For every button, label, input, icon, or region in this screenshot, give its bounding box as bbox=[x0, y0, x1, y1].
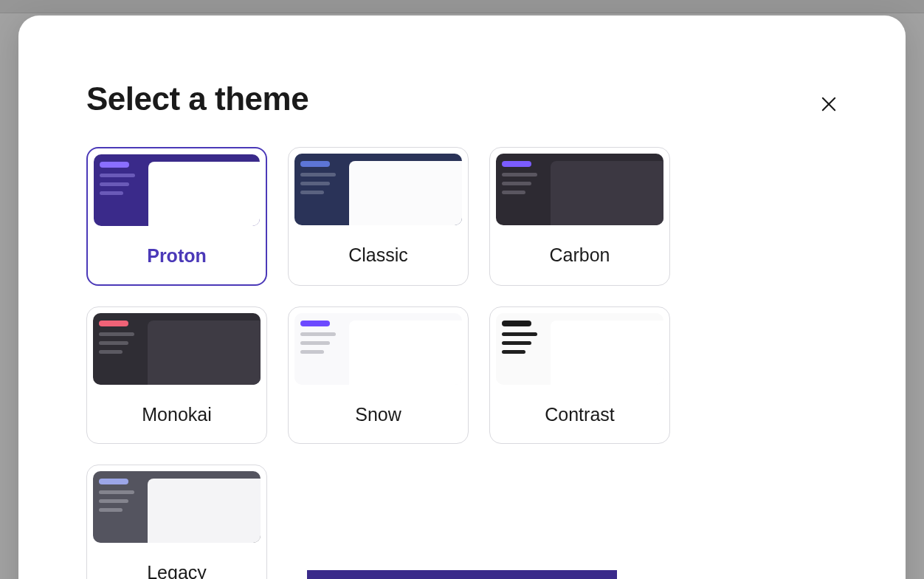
theme-preview bbox=[294, 154, 462, 225]
modal-title: Select a theme bbox=[86, 80, 838, 117]
preview-line bbox=[100, 182, 129, 186]
preview-line bbox=[502, 182, 531, 185]
preview-content bbox=[551, 321, 663, 385]
theme-card-classic[interactable]: Classic bbox=[288, 147, 469, 286]
theme-preview bbox=[94, 154, 260, 226]
close-icon bbox=[818, 94, 839, 114]
preview-line bbox=[502, 341, 531, 345]
theme-preview bbox=[496, 154, 663, 225]
theme-label: Legacy bbox=[87, 543, 266, 579]
theme-card-monokai[interactable]: Monokai bbox=[86, 306, 267, 444]
preview-accent bbox=[99, 479, 128, 484]
background-strip bbox=[307, 570, 617, 579]
preview-content bbox=[551, 161, 663, 225]
theme-card-proton[interactable]: Proton bbox=[86, 147, 267, 286]
preview-content bbox=[148, 321, 261, 385]
theme-label: Snow bbox=[289, 385, 468, 443]
preview-sidebar bbox=[294, 154, 349, 225]
theme-preview bbox=[294, 313, 462, 385]
preview-sidebar bbox=[93, 471, 148, 543]
theme-preview bbox=[93, 471, 261, 543]
theme-card-contrast[interactable]: Contrast bbox=[489, 306, 670, 444]
preview-line bbox=[300, 173, 336, 177]
preview-accent bbox=[300, 161, 330, 167]
preview-line bbox=[300, 350, 324, 354]
preview-line bbox=[99, 341, 128, 345]
preview-accent bbox=[99, 321, 128, 326]
theme-card-carbon[interactable]: Carbon bbox=[489, 147, 670, 286]
theme-label: Proton bbox=[88, 226, 266, 284]
preview-sidebar bbox=[93, 313, 148, 385]
preview-content bbox=[349, 161, 462, 225]
preview-line bbox=[502, 332, 537, 336]
preview-sidebar bbox=[294, 313, 349, 385]
theme-label: Contrast bbox=[490, 385, 669, 443]
theme-preview bbox=[496, 313, 663, 385]
theme-modal: Select a theme ProtonClassicCarbonMonoka… bbox=[18, 16, 906, 579]
preview-accent bbox=[100, 162, 129, 168]
preview-line bbox=[99, 350, 123, 354]
preview-content bbox=[148, 479, 261, 543]
preview-accent bbox=[300, 321, 330, 326]
preview-line bbox=[300, 182, 330, 185]
preview-line bbox=[300, 191, 324, 194]
preview-content bbox=[349, 321, 462, 385]
preview-accent bbox=[502, 321, 531, 326]
theme-label: Carbon bbox=[490, 225, 669, 284]
theme-grid: ProtonClassicCarbonMonokaiSnowContrastLe… bbox=[86, 147, 838, 579]
preview-accent bbox=[502, 161, 531, 167]
preview-content bbox=[148, 162, 260, 226]
preview-line bbox=[300, 332, 336, 336]
preview-line bbox=[502, 173, 537, 177]
preview-line bbox=[100, 191, 123, 195]
preview-line bbox=[300, 341, 330, 345]
background-overlay-top bbox=[0, 0, 924, 13]
theme-label: Monokai bbox=[87, 385, 266, 443]
preview-line bbox=[99, 499, 128, 503]
preview-line bbox=[99, 332, 134, 336]
preview-line bbox=[99, 508, 123, 512]
close-button[interactable] bbox=[814, 89, 844, 119]
preview-line bbox=[502, 191, 525, 194]
theme-label: Classic bbox=[289, 225, 468, 284]
preview-sidebar bbox=[496, 313, 551, 385]
theme-card-snow[interactable]: Snow bbox=[288, 306, 469, 444]
preview-line bbox=[502, 350, 525, 354]
preview-sidebar bbox=[496, 154, 551, 225]
preview-line bbox=[99, 490, 134, 494]
theme-card-legacy[interactable]: Legacy bbox=[86, 465, 267, 579]
theme-preview bbox=[93, 313, 261, 385]
preview-sidebar bbox=[94, 154, 148, 226]
preview-line bbox=[100, 174, 135, 177]
